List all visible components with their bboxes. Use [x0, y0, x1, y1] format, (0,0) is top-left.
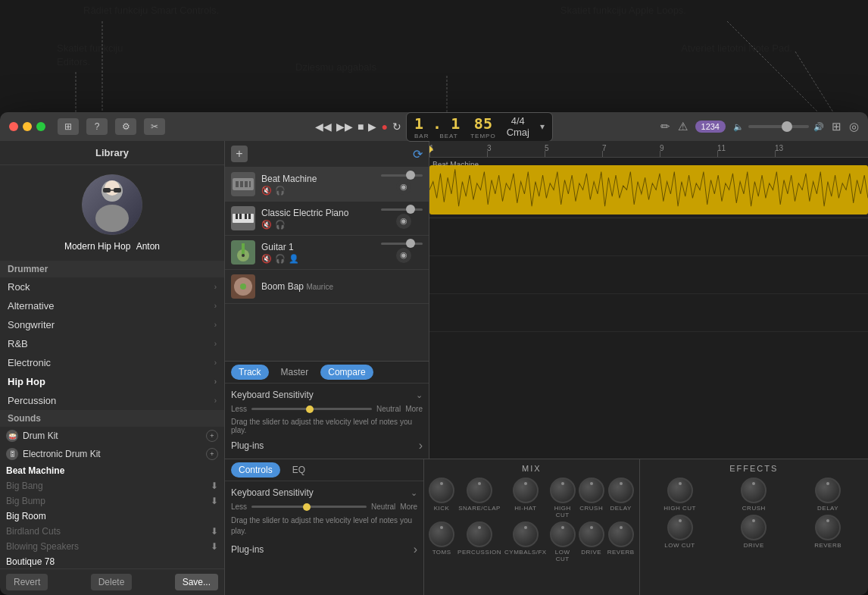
genre-item-rock[interactable]: Rock › [0, 277, 224, 296]
knob-control-cymbals[interactable] [513, 521, 539, 547]
help-icon[interactable]: ? [86, 118, 108, 135]
volume-track[interactable] [748, 125, 809, 128]
guitar-volume-fader[interactable] [381, 243, 423, 245]
volume-slider[interactable]: 🔈 🔊 [733, 122, 824, 132]
download-icon[interactable]: ⬇ [211, 496, 218, 506]
fullscreen-button[interactable] [36, 122, 45, 131]
download-icon[interactable]: ⬇ [211, 541, 218, 552]
tab-eq[interactable]: EQ [285, 462, 313, 478]
rewind-button[interactable]: ◀◀ [315, 121, 332, 133]
smart-controls-icon[interactable]: ⚙ [115, 118, 136, 135]
fader-thumb[interactable] [406, 239, 415, 248]
pencil-icon[interactable]: ✏ [660, 120, 670, 133]
knob-control-hihat[interactable] [513, 478, 539, 503]
knob-control-percussion[interactable] [467, 521, 492, 547]
mute-icon[interactable]: 🔇 [261, 254, 272, 264]
kb-slider[interactable] [251, 506, 367, 508]
mute-icon[interactable]: 🔇 [261, 220, 272, 230]
volume-thumb[interactable] [782, 121, 792, 132]
knob-control-delay[interactable] [608, 478, 634, 503]
track-row-beat-machine[interactable]: Beat Machine 🔇 🎧 ◉ [225, 168, 429, 202]
scissors-icon[interactable]: ✂ [144, 118, 165, 135]
kb-thumb[interactable] [303, 503, 311, 511]
headphones-icon[interactable]: 🎧 [275, 186, 286, 196]
genre-item-alternative[interactable]: Alternative › [0, 296, 224, 315]
track-row-boombap[interactable]: Boom Bap Maurice [225, 270, 429, 304]
tab-compare[interactable]: Compare [320, 365, 373, 380]
minimize-button[interactable] [23, 122, 32, 131]
close-button[interactable] [9, 122, 18, 131]
fader-thumb[interactable] [406, 205, 415, 214]
genre-item-hiphop[interactable]: Hip Hop › [0, 372, 224, 391]
sound-item-beat-machine[interactable]: Beat Machine [0, 463, 224, 478]
knob-control-drive[interactable] [579, 521, 604, 547]
download-icon[interactable]: ⬇ [211, 481, 218, 491]
knob-control-snare[interactable] [467, 478, 492, 503]
piano-volume-fader[interactable] [381, 208, 423, 211]
piano-track-empty[interactable] [429, 218, 868, 256]
sensitivity-slider[interactable] [251, 408, 372, 410]
add-track-button[interactable]: + [231, 146, 248, 162]
kit-row-drum[interactable]: 🥁 Drum Kit + [0, 427, 224, 445]
headphones-icon[interactable]: 🎧 [275, 220, 286, 230]
loop-icon[interactable]: ⟳ [413, 148, 423, 161]
knob-control-crush[interactable] [579, 478, 604, 503]
fx-knob-control-reverb[interactable] [815, 515, 841, 540]
fx-knob-control-crush[interactable] [741, 478, 767, 503]
expand-icon[interactable]: ⌄ [416, 390, 423, 400]
genre-item-rb[interactable]: R&B › [0, 334, 224, 353]
play-button[interactable]: ▶ [368, 121, 376, 133]
grid-icon[interactable]: ⊞ [832, 120, 841, 133]
tab-track[interactable]: Track [231, 365, 269, 380]
kit-row-electronic[interactable]: 🎛 Electronic Drum Kit + [0, 445, 224, 463]
fast-forward-button[interactable]: ▶▶ [336, 121, 353, 133]
genre-item-electronic[interactable]: Electronic › [0, 353, 224, 372]
delete-button[interactable]: Delete [91, 574, 133, 590]
genre-item-percussion[interactable]: Percussion › [0, 391, 224, 410]
fx-knob-control-drive[interactable] [741, 515, 767, 540]
track-row-piano[interactable]: Classic Electric Piano 🔇 🎧 ◉ [225, 202, 429, 236]
sound-item-big-bang[interactable]: Big Bang ⬇ [0, 478, 224, 493]
library-icon[interactable]: ⊞ [58, 118, 79, 135]
track-volume-fader[interactable] [381, 174, 423, 177]
person-icon[interactable]: 👤 [289, 254, 299, 264]
save-button[interactable]: Save... [175, 574, 218, 590]
warning-icon[interactable]: ⚠ [678, 120, 688, 133]
boombap-track-empty[interactable] [429, 294, 868, 332]
knob-control-reverb[interactable] [608, 521, 634, 547]
fx-knob-control-highcut[interactable] [667, 478, 693, 503]
headphones-icon[interactable]: 🎧 [275, 254, 286, 264]
knob-control-toms[interactable] [429, 521, 454, 547]
sound-item-big-bump[interactable]: Big Bump ⬇ [0, 493, 224, 509]
sensitivity-thumb[interactable] [306, 406, 314, 413]
sound-item-big-room[interactable]: Big Room [0, 509, 224, 524]
tab-master[interactable]: Master [273, 365, 317, 380]
mute-icon[interactable]: 🔇 [261, 186, 272, 196]
kit-expand-icon2[interactable]: + [206, 448, 218, 460]
download-icon[interactable]: ⬇ [211, 526, 218, 537]
loop-browser-icon[interactable]: ◎ [849, 120, 859, 133]
loop-button[interactable]: ↻ [392, 121, 401, 133]
kb-expand-icon[interactable]: ⌄ [411, 488, 417, 498]
knob-control-highcut[interactable] [550, 478, 576, 503]
plugins-arrow-icon[interactable]: › [419, 439, 423, 453]
piano-settings-button[interactable]: ◉ [396, 214, 411, 229]
sound-item-blowing[interactable]: Blowing Speakers ⬇ [0, 539, 224, 554]
beat-machine-track[interactable]: Beat Machine // Generate random waveform… [429, 158, 868, 218]
knob-control-lowcut[interactable] [550, 521, 576, 547]
track-row-guitar[interactable]: Guitar 1 🔇 🎧 👤 [225, 236, 429, 270]
sound-item-birdland[interactable]: Birdland Cuts ⬇ [0, 524, 224, 539]
stop-button[interactable]: ■ [358, 121, 364, 133]
revert-button[interactable]: Revert [6, 574, 48, 590]
kb-plugins-arrow-icon[interactable]: › [414, 543, 417, 556]
fx-knob-control-delay[interactable] [815, 478, 841, 503]
tab-controls[interactable]: Controls [231, 462, 280, 478]
record-button[interactable]: ● [381, 121, 387, 133]
guitar-settings-button[interactable]: ◉ [396, 248, 411, 263]
fader-thumb[interactable] [406, 171, 415, 180]
sound-item-boutique78[interactable]: Boutique 78 [0, 554, 224, 568]
kit-expand-icon[interactable]: + [206, 430, 218, 442]
guitar-track-empty[interactable] [429, 256, 868, 294]
knob-control-kick[interactable] [429, 478, 454, 503]
genre-item-songwriter[interactable]: Songwriter › [0, 315, 224, 334]
